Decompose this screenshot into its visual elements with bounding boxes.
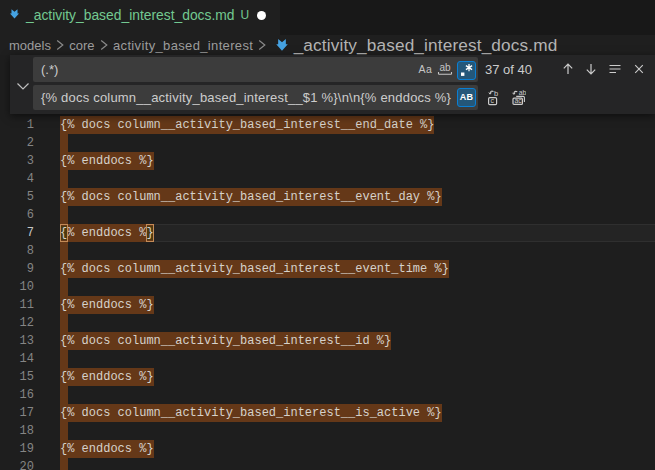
svg-text:ab: ab [518,89,525,96]
svg-text:ab: ab [439,62,451,73]
svg-text:b: b [494,89,498,98]
svg-text:ac: ac [514,97,522,104]
svg-text:c: c [491,97,495,104]
